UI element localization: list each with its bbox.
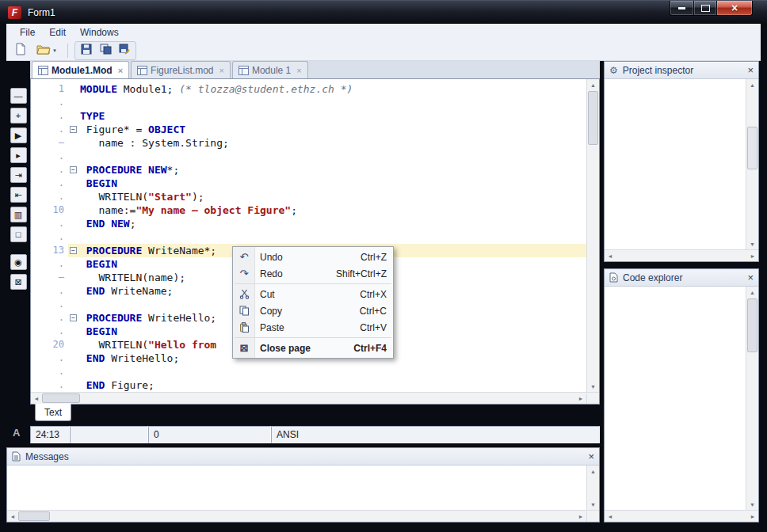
clear-icon[interactable]: ⊠ bbox=[10, 274, 27, 290]
code-explorer-content bbox=[605, 287, 746, 510]
save-all-icon bbox=[100, 44, 112, 58]
code-line[interactable]: – name : System.String; bbox=[31, 136, 586, 150]
menu-item-shortcut: Ctrl+F4 bbox=[353, 343, 387, 354]
fold-column: − bbox=[68, 244, 80, 257]
columns-icon[interactable]: ▥ bbox=[10, 207, 27, 222]
scroll-up-icon[interactable]: ▲ bbox=[746, 79, 758, 90]
new-document-button[interactable] bbox=[11, 42, 30, 59]
menu-item-redo[interactable]: ↷RedoShift+Ctrl+Z bbox=[233, 265, 393, 282]
save-button[interactable] bbox=[77, 42, 96, 59]
fold-toggle-icon[interactable]: − bbox=[70, 126, 77, 133]
fold-toggle-icon[interactable]: − bbox=[70, 166, 77, 173]
code-explorer-vertical-scrollbar[interactable]: ▲ ▼ bbox=[746, 287, 758, 510]
scroll-right-icon[interactable]: ► bbox=[747, 514, 758, 519]
scrollbar-thumb[interactable] bbox=[747, 298, 757, 352]
close-messages-icon[interactable]: × bbox=[588, 451, 594, 462]
code-line[interactable]: . BEGIN bbox=[31, 177, 586, 190]
code-line[interactable]: 10 name:="My name – object Figure"; bbox=[31, 203, 586, 217]
close-code-explorer-icon[interactable]: × bbox=[747, 272, 754, 283]
scroll-left-icon[interactable]: ◄ bbox=[605, 253, 616, 259]
code-line[interactable]: .− Figure* = OBJECT bbox=[31, 123, 586, 136]
scroll-right-icon[interactable]: ► bbox=[575, 514, 586, 519]
status-bar: 24:130ANSI bbox=[30, 426, 600, 443]
toolbar: ▼ bbox=[6, 40, 761, 61]
menu-item-close-page[interactable]: ⊠Close pageCtrl+F4 bbox=[233, 340, 393, 356]
code-line[interactable]: .− PROCEDURE NEW*; bbox=[31, 163, 586, 177]
fold-toggle-icon[interactable]: − bbox=[70, 314, 77, 321]
fold-column: − bbox=[68, 311, 80, 325]
messages-vertical-scrollbar[interactable]: ▲ ▼ bbox=[586, 466, 599, 510]
scroll-up-icon[interactable]: ▲ bbox=[746, 287, 758, 298]
fold-column bbox=[68, 271, 80, 284]
close-window-button[interactable]: × bbox=[717, 1, 753, 16]
close-project-inspector-icon[interactable]: × bbox=[747, 65, 754, 75]
run-step-icon[interactable]: ▸ bbox=[10, 147, 27, 163]
save-all-button[interactable] bbox=[96, 42, 115, 59]
scroll-left-icon[interactable]: ◄ bbox=[7, 514, 18, 519]
code-line[interactable]: . bbox=[31, 230, 586, 244]
scroll-down-icon[interactable]: ▼ bbox=[746, 499, 758, 510]
menu-item-paste[interactable]: PasteCtrl+V bbox=[233, 319, 393, 336]
menu-item-edit[interactable]: Edit bbox=[42, 25, 73, 40]
code-line[interactable]: . bbox=[31, 365, 586, 378]
tab-close-icon[interactable]: × bbox=[118, 66, 123, 75]
fold-column: − bbox=[68, 163, 80, 177]
scroll-up-icon[interactable]: ▲ bbox=[587, 466, 599, 477]
tab-module1-mod[interactable]: Module1.Mod× bbox=[32, 61, 129, 78]
messages-horizontal-scrollbar[interactable]: ◄ ► bbox=[7, 510, 599, 522]
menu-item-file[interactable]: File bbox=[13, 25, 42, 40]
tab-close-icon[interactable]: × bbox=[219, 66, 223, 75]
code-line[interactable]: . bbox=[31, 96, 586, 109]
editor-horizontal-scrollbar[interactable]: ◄ ► bbox=[31, 392, 599, 404]
scrollbar-thumb[interactable] bbox=[588, 91, 598, 145]
tab-module-1[interactable]: Module 1× bbox=[232, 61, 308, 78]
app-icon[interactable]: F bbox=[8, 6, 21, 19]
minimize-button[interactable] bbox=[670, 1, 694, 16]
code-explorer-horizontal-scrollbar[interactable]: ◄ ► bbox=[605, 510, 758, 522]
open-button[interactable]: ▼ bbox=[32, 42, 61, 59]
menu-item-windows[interactable]: Windows bbox=[73, 25, 126, 40]
tab-figurelist-mod[interactable]: FigureList.mod× bbox=[131, 61, 231, 78]
step-out-icon[interactable]: ⇤ bbox=[10, 187, 27, 203]
redo-icon: ↷ bbox=[237, 268, 251, 279]
scroll-down-icon[interactable]: ▼ bbox=[587, 499, 599, 510]
breakpoint-icon[interactable]: ◉ bbox=[10, 254, 27, 270]
scroll-up-icon[interactable]: ▲ bbox=[587, 79, 599, 90]
step-into-icon[interactable]: ⇥ bbox=[10, 167, 27, 183]
splitter-icon[interactable]: — bbox=[10, 88, 27, 104]
menu-item-cut[interactable]: CutCtrl+X bbox=[233, 286, 393, 302]
scroll-down-icon[interactable]: ▼ bbox=[746, 238, 758, 249]
maximize-button[interactable] bbox=[694, 1, 717, 16]
project-inspector-horizontal-scrollbar[interactable]: ◄ ► bbox=[605, 249, 758, 261]
export-button[interactable] bbox=[115, 42, 134, 59]
code-line[interactable]: . WRITELN("Start"); bbox=[31, 190, 586, 203]
code-line[interactable]: . END NEW; bbox=[31, 217, 586, 230]
tab-close-icon[interactable]: × bbox=[296, 66, 301, 75]
tab-label: FigureList.mod bbox=[151, 65, 213, 76]
scroll-down-icon[interactable]: ▼ bbox=[587, 381, 599, 392]
scroll-left-icon[interactable]: ◄ bbox=[605, 514, 616, 519]
scrollbar-thumb[interactable] bbox=[18, 511, 50, 521]
tab-text[interactable]: Text bbox=[35, 404, 71, 421]
run-icon[interactable]: ▶ bbox=[10, 127, 27, 143]
fold-column bbox=[68, 96, 80, 109]
scrollbar-thumb[interactable] bbox=[42, 393, 80, 403]
scrollbar-thumb[interactable] bbox=[747, 127, 757, 169]
project-inspector-vertical-scrollbar[interactable]: ▲ ▼ bbox=[746, 79, 758, 249]
move-icon[interactable]: + bbox=[10, 108, 27, 124]
close-page-icon: ⊠ bbox=[237, 342, 251, 354]
menu-item-label: Cut bbox=[260, 289, 275, 300]
editor-vertical-scrollbar[interactable]: ▲ ▼ bbox=[586, 79, 599, 392]
fold-toggle-icon[interactable]: − bbox=[70, 247, 77, 254]
font-icon[interactable]: A bbox=[13, 427, 20, 439]
scroll-right-icon[interactable]: ► bbox=[747, 253, 758, 259]
code-line[interactable]: .TYPE bbox=[31, 109, 586, 123]
menu-item-undo[interactable]: ↶UndoCtrl+Z bbox=[233, 249, 393, 265]
scroll-right-icon[interactable]: ► bbox=[575, 396, 586, 401]
code-line[interactable]: . bbox=[31, 150, 586, 163]
stop-icon[interactable]: □ bbox=[10, 226, 27, 242]
code-line[interactable]: . END Figure; bbox=[31, 378, 586, 392]
code-line[interactable]: 1MODULE Module1; (* tlozza@student.ethz.… bbox=[31, 82, 586, 96]
scroll-left-icon[interactable]: ◄ bbox=[31, 396, 42, 401]
menu-item-copy[interactable]: CopyCtrl+C bbox=[233, 302, 393, 319]
